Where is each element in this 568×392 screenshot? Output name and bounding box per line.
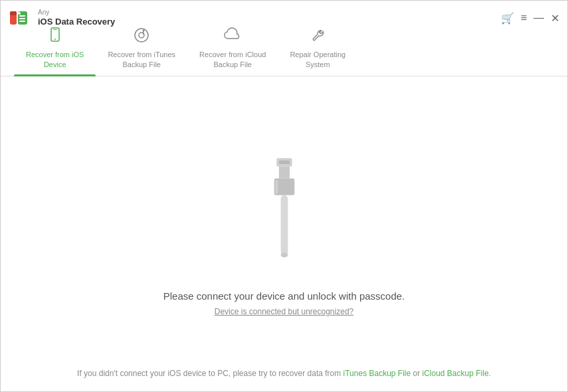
connect-message: Please connect your device and unlock wi… [163,290,405,302]
icloud-backup-link[interactable]: iCloud Backup File [423,369,489,378]
icloud-icon [223,27,242,47]
cable-illustration [254,152,314,272]
tab-icloud[interactable]: Recover from iCloudBackup File [187,22,278,76]
main-content: Please connect your device and unlock wi… [1,76,567,391]
footer-message: If you didn't connect your iOS device to… [1,369,567,378]
device-unrecognized-link[interactable]: Device is connected but unrecognized? [215,307,353,316]
window-controls: 🛒 ≡ — ✕ [501,12,559,25]
itunes-icon [134,27,149,47]
app-any-label: Any [38,9,115,17]
svg-point-11 [135,29,148,42]
itunes-backup-link[interactable]: iTunes Backup File [343,369,411,378]
cable-svg [254,152,314,272]
svg-rect-10 [53,29,57,30]
tab-itunes-label: Recover from iTunesBackup File [108,50,175,69]
tab-repair[interactable]: Repair OperatingSystem [278,22,357,76]
svg-rect-20 [275,179,278,194]
nav-tabs: Recover from iOSDevice Recover from iTun… [1,30,567,76]
repair-icon [310,27,326,47]
svg-point-19 [280,252,288,257]
svg-rect-16 [278,166,289,178]
footer-text-before: If you didn't connect your iOS device to… [77,369,343,378]
footer-text-middle: or [411,369,422,378]
svg-point-13 [143,30,145,32]
svg-point-9 [54,39,56,40]
minimize-button[interactable]: — [533,12,544,24]
tab-icloud-label: Recover from iCloudBackup File [199,50,266,69]
ios-device-icon [47,27,63,47]
menu-icon[interactable]: ≡ [521,12,527,24]
svg-rect-15 [278,160,289,163]
tab-ios-device[interactable]: Recover from iOSDevice [14,22,96,76]
close-button[interactable]: ✕ [551,12,559,25]
tab-itunes[interactable]: Recover from iTunesBackup File [96,22,187,76]
cart-icon[interactable]: 🛒 [501,12,514,25]
tab-ios-device-label: Recover from iOSDevice [26,50,84,69]
svg-rect-5 [19,15,25,17]
tab-repair-label: Repair OperatingSystem [290,50,345,69]
svg-point-4 [18,12,21,15]
footer-text-after: . [489,369,491,378]
svg-rect-2 [10,11,17,15]
svg-rect-6 [19,18,25,19]
svg-rect-18 [280,195,288,254]
